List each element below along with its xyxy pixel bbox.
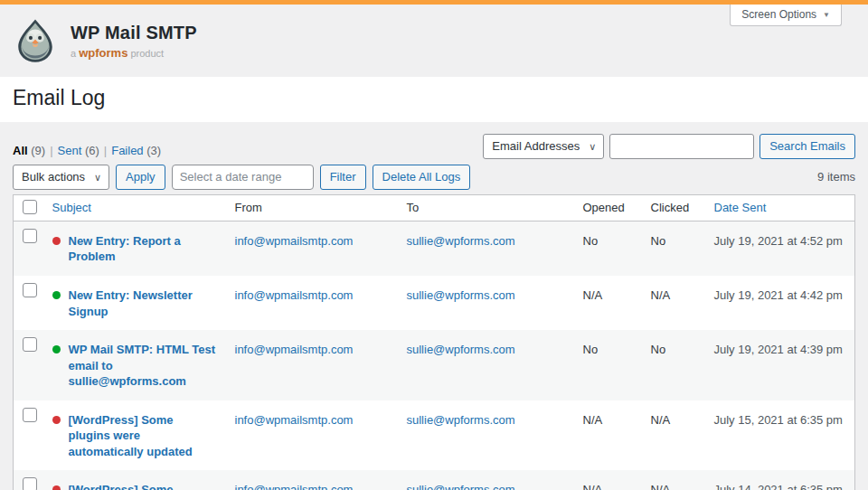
from-email-link[interactable]: info@wpmailsmtp.com (235, 288, 354, 302)
chevron-down-icon: ∨ (94, 165, 101, 189)
to-email-link[interactable]: sullie@wpforms.com (407, 483, 515, 490)
from-email-link[interactable]: info@wpmailsmtp.com (235, 413, 354, 427)
subject-link[interactable]: [WordPress] Some plugins were automatica… (69, 482, 217, 490)
view-failed-link[interactable]: Failed (111, 144, 143, 157)
clicked-value: No (642, 221, 705, 276)
row-checkbox[interactable] (23, 337, 37, 352)
content: All (9)|Sent (6)|Failed (3) Email Addres… (0, 122, 868, 490)
table-row: WP Mail SMTP: HTML Test email to sullie@… (14, 330, 855, 400)
subject-link[interactable]: New Entry: Newsletter Signup (69, 287, 217, 319)
search-area: Email Addresses ∨ Search Emails (483, 134, 855, 159)
table-row: New Entry: Report a Problem info@wpmails… (14, 221, 855, 276)
search-input[interactable] (609, 134, 754, 159)
bulk-actions-select[interactable]: Bulk actions ∨ (13, 165, 109, 190)
date-sent-value: July 19, 2021 at 4:52 pm (705, 221, 855, 276)
column-header-subject[interactable]: Subject (43, 194, 226, 221)
view-filter-links: All (9)|Sent (6)|Failed (3) (13, 144, 161, 157)
page-title-band: Email Log (0, 77, 868, 122)
table-row: [WordPress] Some plugins were automatica… (14, 470, 855, 490)
clicked-value: N/A (642, 400, 705, 471)
opened-value: N/A (574, 276, 642, 330)
opened-value: N/A (574, 400, 642, 471)
row-checkbox[interactable] (23, 229, 37, 243)
row-checkbox[interactable] (23, 283, 37, 297)
status-dot (52, 345, 61, 353)
date-range-input[interactable] (172, 165, 314, 190)
date-sent-value: July 19, 2021 at 4:42 pm (705, 276, 855, 330)
divider: | (50, 144, 52, 157)
apply-button[interactable]: Apply (116, 165, 165, 190)
view-sent-link[interactable]: Sent (58, 144, 82, 157)
opened-value: N/A (574, 470, 642, 490)
column-header-from: From (226, 194, 398, 221)
clicked-value: N/A (642, 276, 705, 330)
plugin-subtitle: a wpforms product (71, 46, 197, 60)
search-emails-button[interactable]: Search Emails (760, 134, 855, 159)
subtitle-suffix: product (130, 48, 164, 59)
status-dot (52, 237, 61, 245)
clicked-value: N/A (642, 470, 705, 490)
wp-mail-smtp-pigeon-logo (13, 18, 58, 63)
header-checkbox-cell (14, 194, 43, 221)
plugin-header-text: WP Mail SMTP a wpforms product (71, 23, 197, 60)
delete-all-logs-button[interactable]: Delete All Logs (373, 165, 471, 190)
view-all-link[interactable]: All (9) (13, 144, 45, 157)
subject-link[interactable]: [WordPress] Some plugins were automatica… (69, 412, 217, 460)
clicked-value: No (642, 330, 705, 400)
column-header-clicked: Clicked (642, 194, 705, 221)
to-email-link[interactable]: sullie@wpforms.com (407, 343, 515, 356)
from-email-link[interactable]: info@wpmailsmtp.com (235, 343, 354, 356)
bulk-actions-value: Bulk actions (22, 170, 85, 184)
column-header-to: To (398, 194, 574, 221)
table-row: New Entry: Newsletter Signup info@wpmail… (14, 276, 855, 330)
filter-button[interactable]: Filter (320, 165, 366, 190)
wpforms-brand: wpforms (79, 46, 127, 60)
toolbar-top: All (9)|Sent (6)|Failed (3) Email Addres… (13, 122, 855, 164)
search-mode-value: Email Addresses (492, 139, 580, 153)
date-sent-value: July 19, 2021 at 4:39 pm (705, 330, 855, 400)
chevron-down-icon: ∨ (589, 135, 596, 158)
to-email-link[interactable]: sullie@wpforms.com (407, 413, 515, 427)
row-checkbox[interactable] (23, 408, 37, 422)
divider: | (104, 144, 107, 157)
opened-value: No (574, 330, 642, 400)
screen-options-label: Screen Options (741, 8, 816, 21)
plugin-title: WP Mail SMTP (71, 23, 197, 43)
email-log-table: Subject From To Opened Clicked Date Sent… (13, 194, 855, 490)
date-sent-value: July 14, 2021 at 6:35 pm (705, 470, 855, 490)
date-sent-value: July 15, 2021 at 6:35 pm (705, 400, 855, 471)
search-mode-select[interactable]: Email Addresses ∨ (483, 134, 604, 159)
status-dot (52, 485, 61, 490)
to-email-link[interactable]: sullie@wpforms.com (407, 288, 515, 302)
tablenav: Bulk actions ∨ Apply Filter Delete All L… (13, 164, 855, 191)
status-dot (52, 416, 61, 424)
screen-options-button[interactable]: Screen Options▼ (730, 5, 842, 26)
column-header-opened: Opened (574, 194, 642, 221)
chevron-down-icon: ▼ (823, 11, 830, 19)
select-all-checkbox[interactable] (23, 200, 37, 214)
from-email-link[interactable]: info@wpmailsmtp.com (235, 234, 354, 248)
table-header-row: Subject From To Opened Clicked Date Sent (14, 194, 855, 221)
column-header-date-sent[interactable]: Date Sent (705, 194, 855, 221)
to-email-link[interactable]: sullie@wpforms.com (407, 234, 515, 248)
items-count: 9 items (817, 170, 855, 184)
subject-link[interactable]: WP Mail SMTP: HTML Test email to sullie@… (69, 342, 217, 390)
from-email-link[interactable]: info@wpmailsmtp.com (235, 483, 354, 490)
page-title: Email Log (13, 85, 855, 112)
row-checkbox[interactable] (23, 477, 37, 490)
table-row: [WordPress] Some plugins were automatica… (14, 400, 855, 471)
subject-link[interactable]: New Entry: Report a Problem (69, 233, 217, 265)
status-dot (52, 291, 61, 299)
subtitle-prefix: a (71, 48, 76, 59)
opened-value: No (574, 221, 642, 276)
